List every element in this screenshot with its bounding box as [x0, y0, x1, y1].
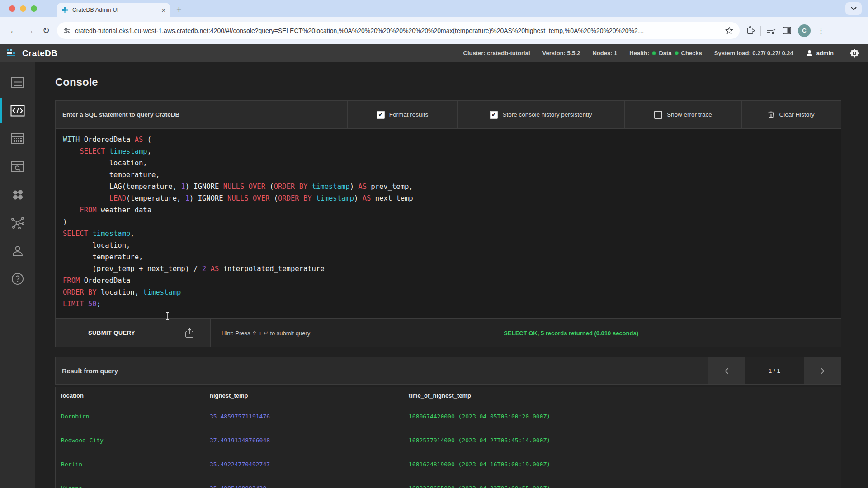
cell-time-of-highest-temp: 1682577914000 (2023-04-27T06:45:14.000Z) [403, 428, 841, 452]
bookmark-star-button[interactable] [725, 27, 733, 35]
sidebar-item-views[interactable] [0, 153, 35, 181]
query-status: SELECT OK, 5 records returned (0.010 sec… [504, 319, 638, 347]
code-line: SELECT timestamp, [63, 228, 841, 239]
sidebar-item-privileges[interactable] [0, 237, 35, 265]
cell-highest-temp: 35.4895408093438 [204, 476, 403, 488]
code-line: WITH OrderedData AS ( [63, 134, 841, 145]
sidebar [0, 62, 35, 488]
system-load: System load: 0.27/ 0.27/ 0.24 [714, 50, 793, 56]
store-history-checkbox[interactable]: ✔ [490, 111, 498, 119]
sidebar-item-monitoring[interactable] [0, 181, 35, 209]
format-results-toggle[interactable]: ✔ Format results [347, 101, 457, 128]
profile-avatar[interactable]: C [798, 24, 811, 37]
code-line: SELECT timestamp, [63, 145, 841, 157]
site-settings-icon[interactable] [63, 27, 71, 34]
tables-icon [11, 133, 24, 145]
maximize-window-button[interactable] [31, 5, 37, 12]
tab-title: CrateDB Admin UI [72, 7, 161, 13]
sidebar-item-help[interactable] [0, 265, 35, 293]
submit-query-button[interactable]: SUBMIT QUERY [55, 319, 168, 347]
side-panel-icon [783, 27, 791, 34]
sidebar-item-overview[interactable] [0, 69, 35, 97]
cell-highest-temp: 35.48597571191476 [204, 404, 403, 428]
cell-time-of-highest-temp: 1682229655000 (2023-04-23T06:00:55.000Z) [403, 476, 841, 488]
toolbar-separator [760, 26, 761, 36]
extensions-button[interactable] [742, 23, 758, 38]
minimize-window-button[interactable] [20, 5, 26, 12]
format-results-checkbox[interactable]: ✔ [377, 111, 385, 119]
person-icon [11, 245, 24, 257]
console-icon [10, 105, 25, 117]
health-label: Health: [629, 50, 649, 56]
data-health-label: Data [659, 50, 671, 56]
text-cursor-icon [165, 312, 170, 320]
table-row: Berlin35.492247704927471681624819000 (20… [56, 452, 841, 476]
table-row: Redwood City37.4919134876604816825779140… [56, 428, 841, 452]
data-health-dot-icon [652, 51, 656, 55]
checkbox-label: Format results [389, 111, 428, 118]
cratedb-admin-app: CrateDB Cluster: cratedb-tutorial Versio… [0, 44, 868, 488]
cratedb-logo-icon [6, 48, 18, 59]
cell-highest-temp: 35.49224770492747 [204, 452, 403, 476]
cratedb-brand: CrateDB [0, 48, 57, 59]
sidebar-item-console[interactable] [0, 97, 35, 125]
close-window-button[interactable] [9, 5, 15, 12]
username: admin [816, 50, 834, 56]
forward-button[interactable]: → [22, 23, 38, 39]
console-page: Console Enter a SQL statement to query C… [35, 62, 868, 488]
cell-location: Redwood City [56, 428, 204, 452]
gear-icon [849, 48, 860, 59]
user-icon [806, 49, 813, 57]
page-title: Console [55, 76, 841, 89]
next-page-button[interactable] [804, 357, 841, 384]
result-table: location highest_temp time_of_highest_te… [55, 387, 841, 488]
store-history-toggle[interactable]: ✔ Store console history persistently [457, 101, 624, 128]
browser-tab[interactable]: CrateDB Admin UI × [57, 3, 170, 17]
code-line: location, [63, 157, 841, 169]
media-queue-button[interactable] [764, 23, 779, 38]
show-error-trace-toggle[interactable]: Show error trace [624, 101, 741, 128]
browser-menu-button[interactable]: ⋮ [813, 23, 829, 38]
code-line: FROM weather_data [63, 204, 841, 216]
browse-search-icon [11, 161, 24, 173]
address-bar[interactable]: cratedb-tutorial.eks1.eu-west-1.aws.crat… [57, 22, 740, 39]
cell-highest-temp: 37.49191348766048 [204, 428, 403, 452]
chevron-left-icon [725, 368, 729, 374]
cell-location: Vienna [56, 476, 204, 488]
back-button[interactable]: ← [5, 23, 22, 39]
code-line: LEAD(temperature, 1) IGNORE NULLS OVER (… [63, 192, 841, 204]
code-line: FROM OrderedData [63, 275, 841, 286]
star-icon [725, 27, 733, 35]
sql-code: WITH OrderedData AS ( SELECT timestamp, … [63, 134, 841, 310]
submit-hint: Hint: Press ⇧ + ↵ to submit query [222, 319, 310, 347]
checks-health-dot-icon [675, 51, 679, 55]
new-tab-button[interactable]: + [176, 5, 182, 15]
reload-button[interactable]: ↻ [38, 23, 54, 39]
health-status: Health: Data Checks [629, 50, 702, 56]
sidebar-item-tables[interactable] [0, 125, 35, 153]
checks-health-label: Checks [681, 50, 702, 56]
chevron-down-icon [851, 7, 857, 10]
sidebar-item-cluster[interactable] [0, 209, 35, 237]
user-menu[interactable]: admin [806, 49, 834, 57]
close-tab-button[interactable]: × [161, 7, 165, 14]
clear-history-button[interactable]: Clear History [741, 101, 840, 128]
tab-list-chevron-button[interactable] [845, 2, 862, 15]
column-header-highest-temp: highest_temp [204, 387, 403, 404]
cell-time-of-highest-temp: 1680674420000 (2023-04-05T06:00:20.000Z) [403, 404, 841, 428]
sql-editor[interactable]: WITH OrderedData AS ( SELECT timestamp, … [55, 129, 841, 319]
help-icon [11, 272, 24, 285]
side-panel-button[interactable] [779, 23, 794, 38]
checkbox-label: Store console history persistently [502, 111, 592, 118]
share-query-button[interactable] [168, 319, 211, 347]
sql-prompt-label: Enter a SQL statement to query CrateDB [56, 101, 347, 128]
settings-button[interactable] [840, 44, 868, 62]
code-line: ) [63, 216, 841, 228]
show-error-trace-checkbox[interactable] [654, 111, 662, 119]
url-text: cratedb-tutorial.eks1.eu-west-1.aws.crat… [75, 27, 722, 34]
puzzle-icon [746, 26, 755, 35]
prev-page-button[interactable] [708, 357, 745, 384]
clear-history-label: Clear History [779, 111, 814, 118]
brand-name: CrateDB [22, 48, 57, 58]
cluster-name: Cluster: cratedb-tutorial [463, 50, 530, 56]
